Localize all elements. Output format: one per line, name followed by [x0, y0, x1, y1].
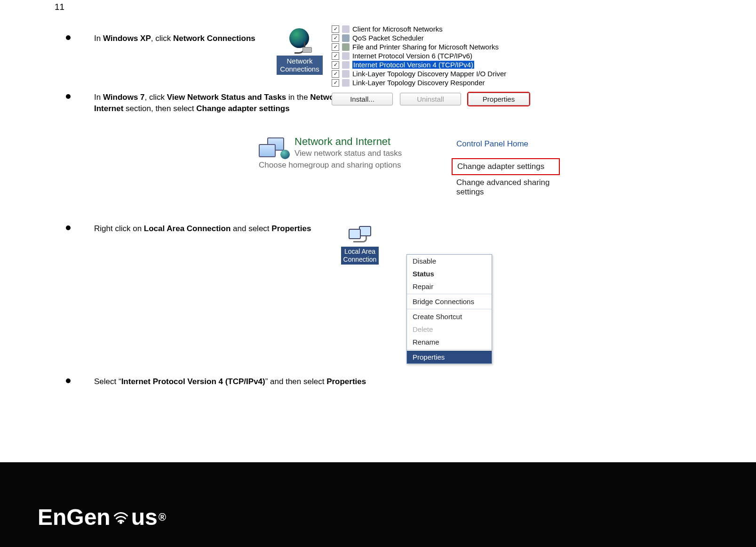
sidebar-change-advanced-sharing[interactable]: Change advanced sharing settings: [452, 175, 560, 200]
wifi-icon: [111, 508, 130, 527]
bullet-lac: Right click on Local Area Connection and…: [56, 223, 742, 235]
connection-item[interactable]: ✓Internet Protocol Version 4 (TCP/IPv4): [332, 60, 534, 69]
checkbox-icon[interactable]: ✓: [332, 61, 339, 69]
local-area-connection-label: Local AreaConnection: [341, 247, 379, 265]
checkbox-icon[interactable]: ✓: [332, 79, 339, 87]
checkbox-icon[interactable]: ✓: [332, 52, 339, 60]
ctx-delete: Delete: [407, 323, 492, 336]
protocol-icon: [342, 61, 350, 69]
connection-item-label: File and Printer Sharing for Microsoft N…: [352, 43, 499, 51]
lan-icon: [349, 226, 371, 245]
footer: EnGen us®: [0, 462, 756, 547]
text-bold: Properties: [326, 377, 366, 386]
text: Select “: [94, 377, 121, 386]
context-menu: Disable Status Repair Bridge Connections…: [406, 254, 492, 364]
connection-item[interactable]: ✓File and Printer Sharing for Microsoft …: [332, 42, 534, 51]
ctx-bridge-connections[interactable]: Bridge Connections: [407, 295, 492, 308]
network-internet-link-2[interactable]: Choose homegroup and sharing options: [259, 160, 433, 171]
bullet-dot-icon: [66, 225, 71, 230]
text-bold: Windows 7: [103, 93, 145, 102]
text: In: [94, 93, 103, 102]
connection-item[interactable]: ✓Link-Layer Topology Discovery Mapper I/…: [332, 69, 534, 78]
text-bold: View Network Status and Tasks: [167, 93, 286, 102]
text-bold: Windows XP: [103, 34, 151, 43]
protocol-icon: [342, 25, 350, 33]
connection-item[interactable]: ✓Internet Protocol Version 6 (TCP/IPv6): [332, 51, 534, 60]
bullet-dot-icon: [66, 378, 71, 383]
protocol-icon: [342, 52, 350, 60]
text: In: [94, 34, 103, 43]
sidebar-change-adapter-settings[interactable]: Change adapter settings: [452, 158, 560, 175]
text-bold: Network Connections: [173, 34, 255, 43]
install-button[interactable]: Install...: [332, 93, 393, 105]
connection-item-label: Link-Layer Topology Discovery Mapper I/O…: [352, 70, 506, 78]
text: and select: [231, 224, 271, 233]
sidebar-control-panel-home[interactable]: Control Panel Home: [452, 137, 560, 152]
text: , click: [145, 93, 167, 102]
text: ” and then select: [265, 377, 326, 386]
control-panel-sidebar: Control Panel Home Change adapter settin…: [452, 137, 560, 200]
text-bold: Internet Protocol Version 4 (TCP/IPv4): [121, 377, 265, 386]
connection-item[interactable]: ✓Link-Layer Topology Discovery Responder: [332, 78, 534, 87]
protocol-icon: [342, 43, 350, 51]
connection-item[interactable]: ✓Client for Microsoft Networks: [332, 24, 534, 33]
network-connections-shortcut[interactable]: NetworkConnections: [274, 28, 326, 75]
connection-item-label: Client for Microsoft Networks: [352, 25, 443, 33]
protocol-icon: [342, 79, 350, 87]
text: in the: [286, 93, 310, 102]
text-bold: Properties: [271, 224, 311, 233]
network-connections-label: NetworkConnections: [277, 56, 322, 75]
text: section, then select: [123, 104, 196, 113]
engenius-logo: EnGen us®: [38, 504, 166, 530]
ctx-repair[interactable]: Repair: [407, 280, 492, 293]
connection-items-panel: ✓Client for Microsoft Networks✓QoS Packe…: [332, 24, 534, 105]
checkbox-icon[interactable]: ✓: [332, 34, 339, 42]
bullet-ipv4: Select “Internet Protocol Version 4 (TCP…: [56, 376, 742, 388]
ctx-rename[interactable]: Rename: [407, 336, 492, 348]
connection-item-label: QoS Packet Scheduler: [352, 34, 424, 42]
ctx-status[interactable]: Status: [407, 267, 492, 280]
connection-item-label: Internet Protocol Version 4 (TCP/IPv4): [352, 61, 474, 69]
properties-button[interactable]: Properties: [468, 93, 529, 105]
protocol-icon: [342, 34, 350, 42]
connection-item[interactable]: ✓QoS Packet Scheduler: [332, 33, 534, 42]
network-and-internet-panel: Network and Internet View network status…: [259, 136, 433, 171]
bullet-w7: In Windows 7, click View Network Status …: [56, 92, 367, 115]
ctx-disable[interactable]: Disable: [407, 255, 492, 267]
bullet-dot-icon: [66, 94, 71, 99]
page-number: 11: [55, 2, 64, 12]
checkbox-icon[interactable]: ✓: [332, 25, 339, 33]
connection-item-label: Link-Layer Topology Discovery Responder: [352, 79, 485, 87]
text-bold: Change adapter settings: [196, 104, 289, 113]
ctx-create-shortcut[interactable]: Create Shortcut: [407, 310, 492, 323]
uninstall-button: Uninstall: [400, 93, 461, 105]
globe-icon: [287, 28, 312, 53]
text: , click: [151, 34, 173, 43]
protocol-icon: [342, 70, 350, 78]
checkbox-icon[interactable]: ✓: [332, 43, 339, 51]
local-area-connection-shortcut[interactable]: Local AreaConnection: [334, 226, 386, 265]
text-bold: Local Area Connection: [144, 224, 231, 233]
checkbox-icon[interactable]: ✓: [332, 70, 339, 78]
ctx-properties[interactable]: Properties: [407, 351, 492, 363]
bullet-dot-icon: [66, 35, 71, 40]
connection-item-label: Internet Protocol Version 6 (TCP/IPv6): [352, 52, 472, 60]
network-internet-icon: [259, 136, 288, 158]
text: Right click on: [94, 224, 144, 233]
